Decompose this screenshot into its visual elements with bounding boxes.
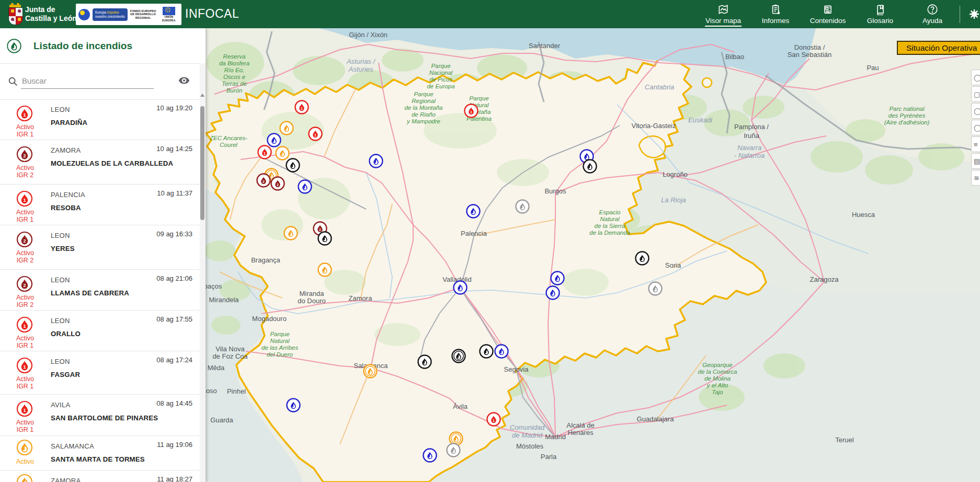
fire-level-icon: 2 bbox=[16, 276, 33, 292]
map-control-circle-button[interactable]: ◯ bbox=[971, 103, 980, 119]
fire-marker-blue[interactable] bbox=[467, 205, 480, 218]
fire-marker-black[interactable] bbox=[480, 345, 493, 358]
fire-marker-blue[interactable] bbox=[546, 286, 560, 300]
fire-marker-orange[interactable] bbox=[318, 263, 332, 277]
europa-impulsa-text: Europa impulsa nuestro crecimiento bbox=[93, 8, 128, 21]
city-label: Trancoso bbox=[206, 387, 217, 395]
fire-marker-orange[interactable] bbox=[280, 122, 293, 135]
fire-marker-blue[interactable] bbox=[299, 180, 312, 193]
fire-list-item[interactable]: Activo SALAMANCA SANTA MARTA DE TORMES 1… bbox=[0, 436, 200, 470]
map-control-waves-button[interactable]: ≋ bbox=[971, 170, 980, 186]
nav-item-contenidos[interactable]: Contenidos bbox=[802, 0, 854, 28]
fire-marker-orange[interactable] bbox=[276, 147, 289, 160]
fire-list-item[interactable]: 2 ActivoIGR 2 LEON YERES 09 ag 16:33 bbox=[0, 225, 200, 270]
glossary-icon bbox=[874, 4, 886, 15]
situacion-operativa-button[interactable]: Situación Operativa bbox=[897, 41, 980, 55]
city-label: Bragança bbox=[251, 256, 280, 264]
svg-text:2: 2 bbox=[23, 238, 26, 244]
fire-marker-blue[interactable] bbox=[454, 281, 467, 294]
map-control-ruler-button[interactable]: ≡ bbox=[971, 136, 980, 152]
fire-marker-black[interactable] bbox=[584, 160, 597, 173]
fire-list-item[interactable]: 2 ActivoIGR 2 ZAMORA MOLEZUELAS DE LA CA… bbox=[0, 140, 200, 185]
fire-marker-orange[interactable] bbox=[364, 365, 377, 378]
fire-marker-gray[interactable] bbox=[447, 444, 460, 457]
scrollbar-thumb[interactable] bbox=[200, 106, 204, 220]
fire-marker-blue[interactable] bbox=[287, 399, 300, 412]
fire-marker-blue[interactable] bbox=[551, 272, 564, 285]
fire-marker-darkred[interactable]: 2 bbox=[271, 177, 284, 190]
fire-datetime: 11 ag 19:06 bbox=[157, 441, 192, 449]
search-input[interactable] bbox=[21, 73, 154, 89]
svg-text:1: 1 bbox=[23, 112, 26, 118]
nav-label: Informes bbox=[762, 17, 790, 25]
fire-name: YERES bbox=[51, 245, 75, 253]
fire-name: FASGAR bbox=[51, 371, 80, 378]
svg-text:2: 2 bbox=[23, 153, 26, 158]
junta-logo bbox=[8, 3, 22, 25]
map-viewport[interactable]: Reservada BiosferaRío Eo,Oscos eTerras d… bbox=[206, 28, 980, 482]
fire-marker-blue[interactable] bbox=[370, 155, 383, 168]
fire-marker-orange[interactable] bbox=[284, 227, 298, 240]
nav-item-glosario[interactable]: Glosario bbox=[854, 0, 906, 28]
fire-status: ActivoIGR 2 bbox=[0, 249, 50, 264]
contents-icon bbox=[822, 4, 834, 15]
fire-marker-orange[interactable] bbox=[450, 432, 463, 445]
fire-list-item[interactable]: 1 ActivoIGR 1 LEON FASGAR 08 ag 17:24 bbox=[0, 351, 200, 395]
map-control-page-button[interactable]: ▢ bbox=[971, 86, 980, 102]
map-canvas[interactable]: Reservada BiosferaRío Eo,Oscos eTerras d… bbox=[206, 28, 980, 482]
city-label: Mogadouro bbox=[252, 315, 287, 323]
nav-item-informes[interactable]: Informes bbox=[749, 0, 802, 28]
app-header: Junta de Castilla y León Europa impulsa … bbox=[0, 0, 980, 28]
fire-marker-red[interactable]: 1 bbox=[309, 128, 322, 141]
fire-marker-red[interactable]: 1 bbox=[487, 413, 500, 426]
city-label: Zamora bbox=[349, 294, 373, 302]
fire-marker-red[interactable]: 1 bbox=[258, 146, 271, 159]
city-label: Burgos bbox=[544, 187, 566, 195]
fire-list-item[interactable]: 1 ActivoIGR 1 LEON ORALLO 08 ag 17:55 bbox=[0, 311, 200, 351]
fire-marker-red[interactable]: 1 bbox=[295, 101, 309, 114]
fire-datetime: 08 ag 17:55 bbox=[156, 315, 192, 323]
settings-gear-icon[interactable] bbox=[968, 7, 980, 24]
report-icon bbox=[770, 4, 781, 15]
fire-marker-black[interactable] bbox=[452, 350, 465, 363]
fire-marker-blue[interactable] bbox=[424, 449, 437, 462]
fire-datetime: 11 ag 18:27 bbox=[157, 475, 192, 482]
fire-list-item[interactable]: 2 ActivoIGR 2 LEON LLAMAS DE CABRERA 08 … bbox=[0, 270, 200, 311]
fire-marker-gray[interactable] bbox=[649, 282, 662, 295]
fire-list-item[interactable]: 1 ActivoIGR 1 AVILA SAN BARTOLOME DE PIN… bbox=[0, 395, 200, 436]
nav-item-ayuda[interactable]: Ayuda bbox=[906, 0, 959, 28]
city-label: Madrid bbox=[545, 433, 566, 441]
city-label: Pau bbox=[867, 64, 879, 72]
fire-marker-blue[interactable] bbox=[268, 134, 281, 147]
nav-item-visor-mapa[interactable]: Visor mapa bbox=[697, 0, 749, 28]
fire-list-item[interactable]: 1 ActivoIGR 1 PALENCIA RESOBA 10 ag 11:3… bbox=[0, 185, 200, 225]
fire-status: ActivoIGR 1 bbox=[0, 123, 50, 138]
fire-marker-blue[interactable] bbox=[495, 345, 508, 358]
fire-marker-black[interactable] bbox=[287, 159, 300, 172]
nav-label: Glosario bbox=[867, 17, 893, 25]
junta-brand-text: Junta de Castilla y León bbox=[25, 5, 77, 23]
fire-list: 1 ActivoIGR 1 LEON PARADIÑA 10 ag 19:20 … bbox=[0, 99, 200, 482]
map-control-map-button[interactable]: ▤ bbox=[971, 153, 980, 169]
svg-text:1: 1 bbox=[470, 110, 472, 114]
visibility-eye-icon[interactable] bbox=[178, 74, 190, 87]
fire-marker-red[interactable]: 1 bbox=[465, 105, 478, 118]
fire-marker-gray[interactable] bbox=[516, 200, 529, 213]
city-label: Gijón / Xixón bbox=[349, 31, 388, 39]
map-control-circle-button[interactable]: ◯ bbox=[971, 70, 980, 85]
fire-list-item[interactable]: 1 ActivoIGR 1 LEON PARADIÑA 10 ag 19:20 bbox=[0, 99, 200, 140]
nav-label: Visor mapa bbox=[705, 17, 741, 25]
region-label: Navarra- Nafarroa bbox=[734, 144, 765, 159]
fire-marker-black[interactable] bbox=[418, 355, 431, 369]
fire-marker-darkred[interactable]: 2 bbox=[257, 174, 270, 187]
fire-marker-black[interactable] bbox=[318, 232, 332, 245]
scrollbar-up-arrow[interactable] bbox=[200, 94, 204, 97]
fire-list-item[interactable]: Activo ZAMORA 11 ag 18:27 bbox=[0, 470, 200, 482]
city-label: Ávila bbox=[453, 403, 468, 410]
fire-marker-black[interactable] bbox=[636, 252, 649, 265]
fire-status: ActivoIGR 1 bbox=[0, 209, 50, 223]
svg-text:1: 1 bbox=[301, 107, 303, 110]
map-control-circle-button[interactable]: ◯ bbox=[971, 120, 980, 135]
nav-label: Ayuda bbox=[922, 17, 942, 25]
sidebar-scrollbar[interactable] bbox=[200, 63, 206, 482]
